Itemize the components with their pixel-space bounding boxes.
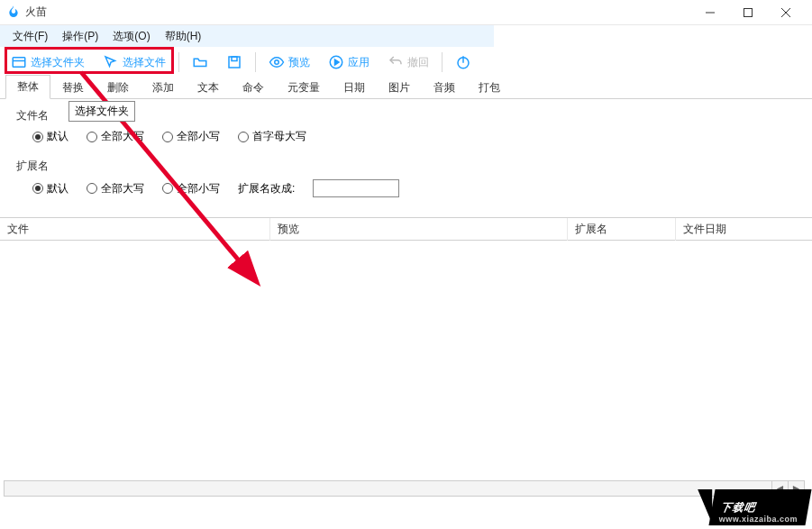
menu-operate[interactable]: 操作(P) xyxy=(55,27,105,46)
file-cursor-icon xyxy=(103,54,119,70)
tab-pack[interactable]: 打包 xyxy=(467,76,512,99)
tab-strip: 整体 替换 删除 添加 文本 命令 元变量 日期 图片 音频 打包 xyxy=(0,78,812,99)
extension-group: 扩展名 默认 全部大写 全部小写 扩展名改成: xyxy=(16,159,796,197)
tooltip: 选择文件夹 xyxy=(68,101,135,122)
toolbar: 选择文件夹 选择文件 预览 应用 撤回 xyxy=(0,47,812,78)
select-folder-label: 选择文件夹 xyxy=(31,55,85,70)
col-preview[interactable]: 预览 xyxy=(270,218,568,241)
undo-label: 撤回 xyxy=(407,55,429,70)
filename-default-radio[interactable]: 默认 xyxy=(32,129,68,144)
title-bar: 火苗 xyxy=(0,0,812,25)
tab-date[interactable]: 日期 xyxy=(332,76,377,99)
filename-cap-radio[interactable]: 首字母大写 xyxy=(238,129,306,144)
menu-help[interactable]: 帮助(H) xyxy=(158,27,209,46)
power-button[interactable] xyxy=(450,50,477,74)
ext-upper-radio[interactable]: 全部大写 xyxy=(87,181,144,196)
radio-label: 全部大写 xyxy=(101,129,144,144)
preview-button[interactable]: 预览 xyxy=(263,50,315,74)
menu-file[interactable]: 文件(F) xyxy=(5,27,55,46)
tab-delete[interactable]: 删除 xyxy=(96,76,141,99)
menu-bar: 文件(F) 操作(P) 选项(O) 帮助(H) xyxy=(0,25,494,47)
radio-icon xyxy=(162,132,173,142)
ext-change-input[interactable] xyxy=(313,179,399,197)
radio-icon xyxy=(87,183,97,194)
select-file-button[interactable]: 选择文件 xyxy=(97,50,171,74)
radio-icon xyxy=(32,132,43,142)
tab-audio[interactable]: 音频 xyxy=(422,76,467,99)
extension-group-title: 扩展名 xyxy=(16,159,796,174)
svg-point-8 xyxy=(275,60,279,65)
tab-add[interactable]: 添加 xyxy=(141,76,186,99)
select-folder-button[interactable]: 选择文件夹 xyxy=(5,50,90,74)
filename-lower-radio[interactable]: 全部小写 xyxy=(162,129,220,144)
undo-icon xyxy=(388,54,404,70)
tab-text[interactable]: 文本 xyxy=(186,76,231,99)
preview-label: 预览 xyxy=(288,55,310,70)
svg-rect-1 xyxy=(744,8,753,16)
table-body xyxy=(0,241,812,484)
radio-label: 默认 xyxy=(47,181,68,196)
col-ext[interactable]: 扩展名 xyxy=(568,218,676,241)
radio-label: 默认 xyxy=(47,129,68,144)
col-date[interactable]: 文件日期 xyxy=(676,218,812,241)
radio-icon xyxy=(238,132,249,142)
table-header: 文件 预览 扩展名 文件日期 xyxy=(0,217,812,241)
toolbar-separator xyxy=(442,52,442,72)
minimize-button[interactable] xyxy=(691,0,729,25)
play-icon xyxy=(328,54,344,70)
svg-rect-6 xyxy=(229,57,240,68)
radio-icon xyxy=(162,183,173,194)
toolbar-separator xyxy=(178,52,179,72)
apply-button[interactable]: 应用 xyxy=(323,50,375,74)
tab-metavar[interactable]: 元变量 xyxy=(276,76,332,99)
ext-lower-radio[interactable]: 全部小写 xyxy=(162,181,220,196)
open-folder-icon xyxy=(192,54,208,70)
tab-whole[interactable]: 整体 xyxy=(5,75,50,99)
watermark-url: www.xiazaiba.com xyxy=(719,515,798,524)
maximize-button[interactable] xyxy=(729,0,767,25)
tab-replace[interactable]: 替换 xyxy=(50,76,96,99)
radio-label: 全部小写 xyxy=(177,129,220,144)
svg-rect-4 xyxy=(13,58,25,68)
eye-icon xyxy=(269,54,285,70)
watermark: 下载吧 www.xiazaiba.com xyxy=(708,489,811,525)
radio-label: 首字母大写 xyxy=(252,129,306,144)
radio-icon xyxy=(87,132,97,142)
scrollbar-track[interactable] xyxy=(5,481,771,496)
tab-command[interactable]: 命令 xyxy=(231,76,276,99)
power-icon xyxy=(455,54,471,70)
undo-button[interactable]: 撤回 xyxy=(382,50,434,74)
folder-icon xyxy=(11,54,27,70)
window-title: 火苗 xyxy=(25,5,47,20)
apply-label: 应用 xyxy=(348,55,370,70)
watermark-brand: 下载吧 xyxy=(720,501,757,514)
radio-icon xyxy=(32,183,43,194)
radio-label: 全部大写 xyxy=(101,181,144,196)
ext-change-label: 扩展名改成: xyxy=(238,181,295,196)
svg-rect-7 xyxy=(232,57,237,61)
menu-options[interactable]: 选项(O) xyxy=(105,27,157,46)
close-button[interactable] xyxy=(767,0,805,25)
col-file[interactable]: 文件 xyxy=(0,218,270,241)
save-button[interactable] xyxy=(221,50,248,74)
app-flame-icon xyxy=(7,5,20,20)
radio-label: 全部小写 xyxy=(177,181,220,196)
tab-image[interactable]: 图片 xyxy=(377,76,422,99)
ext-default-radio[interactable]: 默认 xyxy=(32,181,68,196)
filename-upper-radio[interactable]: 全部大写 xyxy=(87,129,144,144)
save-icon xyxy=(226,54,242,70)
open-button[interactable] xyxy=(187,50,214,74)
toolbar-separator xyxy=(255,52,256,72)
select-file-label: 选择文件 xyxy=(123,55,166,70)
horizontal-scrollbar[interactable]: ◄ ► xyxy=(4,480,805,497)
